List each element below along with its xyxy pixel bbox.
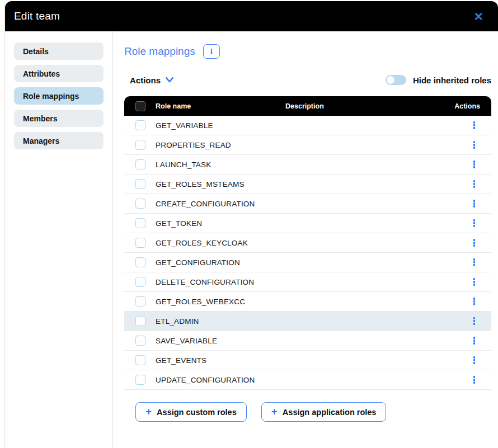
row-checkbox[interactable]: [135, 120, 145, 130]
table-row[interactable]: UPDATE_CONFIGURATION: [124, 370, 491, 390]
table-row[interactable]: SAVE_VARIABLE: [124, 331, 491, 351]
table-row[interactable]: PROPERTIES_READ: [124, 135, 491, 155]
table-row[interactable]: CREATE_CONFIGURATION: [124, 194, 491, 214]
role-name-cell: GET_VARIABLE: [156, 121, 285, 130]
assign-application-roles-label: Assign application roles: [283, 408, 377, 417]
role-name-cell: CREATE_CONFIGURATION: [156, 200, 285, 208]
row-checkbox-cell: [124, 316, 156, 326]
role-name-cell: GET_CONFIGURATION: [156, 258, 285, 267]
kebab-menu-icon[interactable]: [472, 120, 477, 131]
row-actions-cell: [441, 257, 491, 268]
table-row[interactable]: GET_ROLES_MSTEAMS: [124, 175, 491, 194]
kebab-menu-icon[interactable]: [472, 218, 477, 229]
row-checkbox[interactable]: [135, 179, 145, 189]
row-checkbox-cell: [124, 277, 156, 287]
role-name-cell: GET_EVENTS: [156, 356, 285, 365]
row-checkbox-cell: [124, 296, 156, 306]
kebab-menu-icon[interactable]: [472, 159, 477, 170]
row-actions-cell: [441, 276, 491, 287]
kebab-menu-icon[interactable]: [472, 355, 477, 366]
sidebar-item-role-mappings[interactable]: Role mappings: [14, 87, 104, 105]
select-all-checkbox[interactable]: [135, 101, 145, 111]
table-body: GET_VARIABLE PROPERTIES_READ LAUNCH_TASK…: [124, 116, 491, 390]
row-checkbox[interactable]: [135, 199, 145, 209]
actions-dropdown[interactable]: Actions: [130, 76, 174, 85]
row-actions-cell: [441, 218, 491, 229]
row-checkbox[interactable]: [135, 355, 145, 365]
row-checkbox[interactable]: [135, 296, 145, 306]
dialog-body: Details Attributes Role mappings Members…: [5, 31, 498, 448]
row-checkbox-cell: [124, 179, 156, 189]
kebab-menu-icon[interactable]: [472, 374, 477, 385]
role-mappings-table: Role name Description Actions GET_VARIAB…: [124, 96, 491, 390]
row-checkbox[interactable]: [135, 375, 145, 385]
sidebar-item-label: Members: [23, 114, 57, 123]
role-name-cell: GET_ROLES_MSTEAMS: [156, 180, 285, 188]
role-name-cell: DELETE_CONFIGURATION: [156, 278, 285, 286]
sidebar-item-label: Attributes: [23, 69, 60, 78]
table-row[interactable]: GET_ROLES_KEYCLOAK: [124, 233, 491, 253]
role-name-cell: GET_ROLES_KEYCLOAK: [156, 239, 285, 247]
row-checkbox-cell: [124, 355, 156, 365]
info-icon[interactable]: i: [203, 44, 220, 59]
table-row[interactable]: GET_CONFIGURATION: [124, 253, 491, 272]
sidebar-item-label: Details: [23, 47, 49, 56]
row-checkbox[interactable]: [135, 238, 145, 248]
row-actions-cell: [441, 139, 491, 150]
assign-custom-roles-label: Assign custom roles: [157, 408, 237, 417]
close-icon[interactable]: ✕: [471, 10, 486, 23]
kebab-menu-icon[interactable]: [472, 198, 477, 209]
page-title: Role mappings: [124, 45, 195, 58]
assign-application-roles-button[interactable]: + Assign application roles: [261, 402, 387, 422]
assign-custom-roles-button[interactable]: + Assign custom roles: [135, 402, 247, 422]
row-actions-cell: [441, 159, 491, 170]
row-actions-cell: [441, 355, 491, 366]
chevron-down-icon: [165, 76, 174, 84]
kebab-menu-icon[interactable]: [472, 296, 477, 307]
table-row[interactable]: GET_TOKEN: [124, 214, 491, 233]
sidebar-item-managers[interactable]: Managers: [14, 132, 104, 149]
role-name-cell: SAVE_VARIABLE: [156, 337, 285, 345]
sidebar-item-details[interactable]: Details: [14, 43, 104, 60]
table-row[interactable]: DELETE_CONFIGURATION: [124, 272, 491, 292]
role-name-cell: UPDATE_CONFIGURATION: [156, 376, 285, 384]
row-checkbox-cell: [124, 257, 156, 267]
kebab-menu-icon[interactable]: [472, 257, 477, 268]
table-header: Role name Description Actions: [124, 96, 491, 116]
sidebar-item-attributes[interactable]: Attributes: [14, 65, 104, 82]
row-checkbox-cell: [124, 120, 156, 130]
title-row: Role mappings i: [124, 44, 491, 59]
kebab-menu-icon[interactable]: [472, 335, 477, 346]
row-checkbox[interactable]: [135, 257, 145, 267]
column-description: Description: [285, 102, 441, 110]
row-actions-cell: [441, 237, 491, 248]
row-checkbox[interactable]: [135, 336, 145, 346]
row-checkbox[interactable]: [135, 159, 145, 169]
column-actions: Actions: [441, 102, 491, 110]
table-row[interactable]: GET_EVENTS: [124, 351, 491, 370]
row-checkbox[interactable]: [135, 140, 145, 150]
table-row[interactable]: GET_ROLES_WEBEXCC: [124, 292, 491, 312]
table-row[interactable]: LAUNCH_TASK: [124, 155, 491, 175]
kebab-menu-icon[interactable]: [472, 276, 477, 287]
sidebar-item-members[interactable]: Members: [14, 110, 104, 127]
row-checkbox-cell: [124, 218, 156, 228]
actions-dropdown-label: Actions: [130, 76, 161, 85]
row-checkbox[interactable]: [135, 218, 145, 228]
row-checkbox[interactable]: [135, 277, 145, 287]
kebab-menu-icon[interactable]: [472, 237, 477, 248]
dialog-header: Edit team ✕: [5, 1, 498, 31]
row-actions-cell: [441, 120, 491, 131]
dialog-title: Edit team: [14, 10, 60, 22]
kebab-menu-icon[interactable]: [472, 139, 477, 150]
header-checkbox-cell: [124, 101, 156, 111]
row-actions-cell: [441, 315, 491, 327]
kebab-menu-icon[interactable]: [472, 315, 477, 327]
hide-inherited-roles-toggle[interactable]: [386, 75, 406, 85]
row-checkbox[interactable]: [135, 316, 145, 326]
table-row[interactable]: ETL_ADMIN: [124, 312, 491, 331]
kebab-menu-icon[interactable]: [472, 178, 477, 190]
row-checkbox-cell: [124, 140, 156, 150]
row-actions-cell: [441, 374, 491, 385]
table-row[interactable]: GET_VARIABLE: [124, 116, 491, 135]
